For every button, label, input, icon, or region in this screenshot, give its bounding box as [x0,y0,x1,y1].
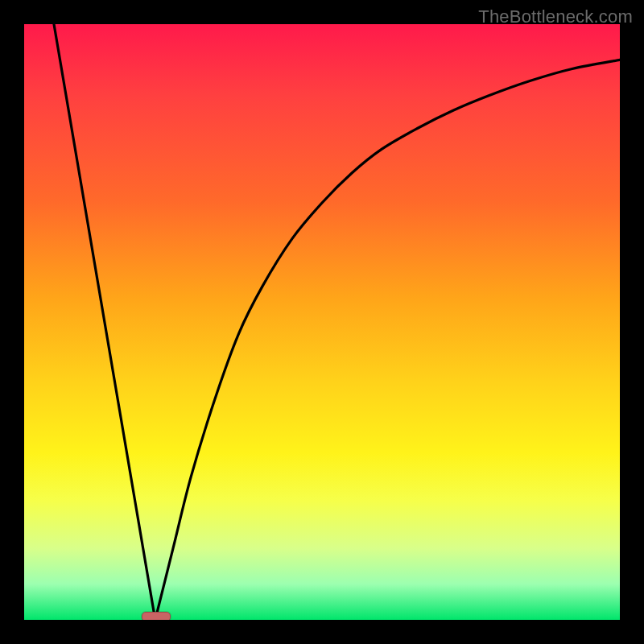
chart-frame: TheBottleneck.com [0,0,644,644]
plot-area [24,24,620,620]
watermark-text: TheBottleneck.com [478,6,633,27]
optimal-marker [142,612,171,620]
bottleneck-curve [24,24,620,620]
